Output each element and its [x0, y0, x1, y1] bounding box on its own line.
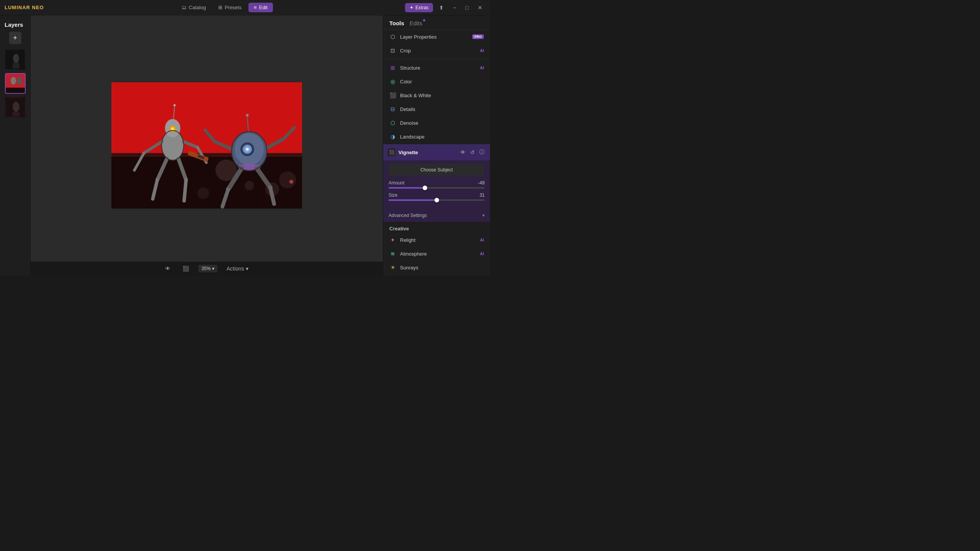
size-slider-fill: [389, 199, 437, 201]
tool-layer-properties[interactable]: ⬡ Layer Properties PRO: [383, 30, 490, 44]
size-slider-row: Size 31: [389, 192, 485, 201]
crop-icon: ⊡: [389, 47, 396, 54]
extras-icon: ✦: [410, 5, 413, 10]
svg-point-52: [246, 114, 249, 117]
advanced-settings-chevron-icon: ▾: [482, 213, 485, 218]
vignette-visibility-button[interactable]: 👁: [459, 148, 466, 156]
creative-section-header: Creative: [383, 223, 490, 233]
tool-atmosphere-label: Atmosphere: [400, 251, 475, 257]
tool-black-white-label: Black & White: [400, 93, 484, 98]
layers-title: Layers: [0, 19, 30, 32]
amount-slider-fill: [389, 187, 425, 189]
minimize-button[interactable]: −: [450, 4, 459, 11]
layer-thumb-1[interactable]: [5, 49, 26, 70]
amount-value: -49: [478, 180, 485, 186]
amount-slider-track[interactable]: [389, 187, 485, 189]
layer-thumb-3[interactable]: [5, 97, 26, 117]
tool-crop[interactable]: ⊡ Crop AI: [383, 44, 490, 57]
nav-center: 🗂 Catalog ⊞ Presets ≡ Edit: [176, 3, 273, 12]
presets-icon: ⊞: [218, 5, 222, 10]
svg-rect-2: [13, 63, 20, 68]
tool-structure-label: Structure: [400, 65, 475, 71]
add-layer-button[interactable]: +: [9, 32, 21, 44]
chevron-down-icon: ▾: [212, 266, 214, 271]
app-name: LUMINAR: [5, 5, 30, 10]
vignette-reset-button[interactable]: ↺: [469, 148, 475, 156]
tool-sunrays[interactable]: ☀ Sunrays: [383, 261, 490, 274]
edit-button[interactable]: ≡ Edit: [248, 3, 273, 12]
vignette-section: ⬛ Vignette 👁 ↺ ⓘ Choose Subject Amount -…: [383, 144, 490, 222]
tool-crop-label: Crop: [400, 48, 475, 54]
svg-rect-12: [111, 153, 302, 157]
relight-icon: ✦: [389, 236, 396, 243]
edits-dot: [423, 19, 425, 21]
svg-point-1: [13, 54, 19, 63]
vignette-title: Vignette: [399, 150, 456, 155]
visibility-toggle[interactable]: 👁: [162, 264, 173, 273]
svg-point-5: [11, 77, 16, 85]
eye-icon: 👁: [165, 266, 170, 272]
actions-button[interactable]: Actions ▾: [224, 264, 252, 273]
tool-landscape-label: Landscape: [400, 134, 484, 140]
tool-structure[interactable]: ⊞ Structure AI: [383, 61, 490, 75]
crop-ai-badge: AI: [480, 49, 484, 53]
tool-layer-properties-label: Layer Properties: [400, 34, 469, 40]
tool-atmosphere[interactable]: ≋ Atmosphere AI: [383, 247, 490, 261]
vignette-header: ⬛ Vignette 👁 ↺ ⓘ: [383, 144, 490, 160]
tool-landscape[interactable]: ◑ Landscape: [383, 130, 490, 143]
frame-toggle[interactable]: ⬛: [180, 264, 192, 273]
maximize-button[interactable]: □: [462, 4, 472, 11]
sunrays-icon: ☀: [389, 264, 396, 271]
size-slider-thumb[interactable]: [434, 198, 439, 202]
tool-relight-label: Relight: [400, 237, 475, 243]
amount-label: Amount: [389, 180, 404, 186]
tools-tab[interactable]: Tools: [389, 20, 404, 26]
zoom-display: 35% ▾: [198, 265, 217, 272]
extras-button[interactable]: ✦ Extras: [405, 3, 433, 12]
tool-denoise[interactable]: ⬡ Denoise: [383, 116, 490, 130]
svg-point-18: [289, 180, 293, 184]
tool-color-label: Color: [400, 79, 484, 85]
advanced-settings-label: Advanced Settings: [389, 213, 427, 218]
canvas-area: 👁 ⬛ 35% ▾ Actions ▾: [31, 15, 383, 276]
tool-relight[interactable]: ✦ Relight AI: [383, 233, 490, 247]
edits-tab[interactable]: Edits: [410, 20, 422, 26]
vignette-body: Choose Subject Amount -49 Size: [383, 160, 490, 209]
atmosphere-icon: ≋: [389, 250, 396, 257]
size-label: Size: [389, 192, 397, 198]
right-panel: Tools Edits ⬡ Layer Properties PRO ⊡ Cro…: [383, 15, 490, 276]
advanced-settings-row[interactable]: Advanced Settings ▾: [383, 209, 490, 222]
actions-chevron-icon: ▾: [246, 266, 248, 272]
layer-thumb-2[interactable]: [5, 73, 26, 94]
app-name-accent: NEO: [32, 5, 44, 10]
svg-rect-9: [13, 112, 20, 116]
tool-color[interactable]: ◎ Color: [383, 75, 490, 88]
details-icon: ⊟: [389, 106, 396, 112]
size-label-row: Size 31: [389, 192, 485, 198]
share-button[interactable]: ⬆: [436, 4, 447, 11]
landscape-icon: ◑: [389, 133, 396, 140]
close-button[interactable]: ✕: [475, 4, 485, 11]
app-logo: LUMINAR NEO: [5, 5, 44, 10]
tool-details[interactable]: ⊟ Details: [383, 102, 490, 116]
tool-details-label: Details: [400, 106, 484, 112]
divider-1: [383, 59, 490, 59]
tool-sunrays-label: Sunrays: [400, 265, 484, 271]
denoise-icon: ⬡: [389, 119, 396, 126]
svg-line-33: [184, 180, 186, 201]
color-icon: ◎: [389, 78, 396, 85]
atmosphere-ai-badge: AI: [480, 252, 484, 256]
svg-point-16: [279, 171, 296, 188]
svg-point-17: [198, 187, 209, 199]
tool-black-white[interactable]: ⬛ Black & White: [383, 88, 490, 102]
choose-subject-button[interactable]: Choose Subject: [389, 164, 485, 176]
frame-icon: ⬛: [183, 266, 189, 272]
edit-icon: ≡: [254, 5, 257, 10]
size-slider-track[interactable]: [389, 199, 485, 201]
presets-button[interactable]: ⊞ Presets: [213, 3, 247, 12]
canvas-bottom-bar: 👁 ⬛ 35% ▾ Actions ▾: [31, 262, 383, 276]
catalog-button[interactable]: 🗂 Catalog: [176, 3, 211, 12]
svg-point-23: [172, 128, 173, 130]
vignette-info-button[interactable]: ⓘ: [479, 148, 485, 156]
amount-slider-thumb[interactable]: [423, 186, 427, 190]
